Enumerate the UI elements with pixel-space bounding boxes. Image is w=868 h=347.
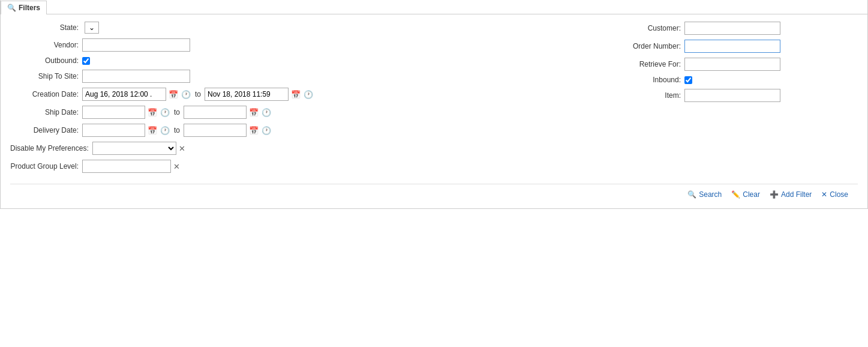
filters-grid: State: ⌄ Vendor: Outbound: Shi — [10, 22, 858, 178]
delivery-date-from-clock-icon[interactable]: 🕐 — [160, 126, 170, 135]
search-action-icon: 🔍 — [687, 190, 696, 199]
order-number-row: Order Number: — [618, 40, 858, 53]
ship-date-from-clock-icon[interactable]: 🕐 — [160, 108, 170, 117]
ship-date-range: 📅 🕐 to 📅 🕐 — [82, 106, 272, 119]
creation-date-from-input[interactable] — [82, 88, 166, 101]
customer-row: Customer: — [618, 22, 858, 35]
delivery-date-from-input[interactable] — [82, 124, 145, 137]
order-number-label: Order Number: — [618, 42, 684, 50]
close-link[interactable]: ✕ Close — [821, 190, 848, 199]
customer-input[interactable] — [684, 22, 780, 35]
filters-tab[interactable]: 🔍 Filters — [1, 1, 47, 14]
delivery-date-range: 📅 🕐 to 📅 🕐 — [82, 124, 272, 137]
ship-to-site-label: Ship To Site: — [10, 72, 82, 80]
add-filter-icon: ➕ — [770, 190, 779, 199]
state-row: State: ⌄ — [10, 22, 594, 34]
inbound-row: Inbound: — [618, 76, 858, 84]
filters-tab-label: Filters — [19, 4, 40, 12]
inbound-checkbox[interactable] — [684, 76, 692, 84]
product-group-input[interactable] — [82, 160, 171, 173]
filters-panel: 🔍 Filters State: ⌄ Vendor: — [0, 0, 868, 209]
clear-link[interactable]: ✏️ Clear — [731, 190, 760, 199]
customer-label: Customer: — [618, 24, 684, 32]
search-label: Search — [699, 190, 722, 199]
add-filter-link[interactable]: ➕ Add Filter — [770, 190, 812, 199]
ship-date-to-clock-icon[interactable]: 🕐 — [261, 108, 272, 117]
ship-date-row: Ship Date: 📅 🕐 to 📅 🕐 — [10, 106, 594, 119]
creation-date-from-calendar-icon[interactable]: 📅 — [168, 90, 179, 99]
ship-date-to-calendar-icon[interactable]: 📅 — [248, 108, 259, 117]
vendor-label: Vendor: — [10, 41, 82, 49]
disable-prefs-select[interactable] — [92, 142, 176, 155]
delivery-date-label: Delivery Date: — [10, 126, 82, 134]
order-number-input[interactable] — [684, 40, 780, 53]
vendor-input[interactable] — [82, 38, 190, 52]
creation-date-from-clock-icon[interactable]: 🕐 — [181, 90, 191, 99]
outbound-checkbox[interactable] — [82, 57, 90, 65]
vendor-row: Vendor: — [10, 38, 594, 52]
product-group-label: Product Group Level: — [10, 162, 82, 170]
product-group-row: Product Group Level: ✕ — [10, 160, 594, 173]
creation-date-label: Creation Date: — [10, 90, 82, 98]
delivery-date-row: Delivery Date: 📅 🕐 to 📅 🕐 — [10, 124, 594, 137]
state-label: State: — [10, 23, 82, 32]
ship-date-label: Ship Date: — [10, 108, 82, 116]
chevron-down-icon: ⌄ — [89, 23, 95, 32]
filters-left: State: ⌄ Vendor: Outbound: Shi — [10, 22, 606, 178]
ship-date-from-input[interactable] — [82, 106, 145, 119]
outbound-label: Outbound: — [10, 56, 82, 65]
filters-right: Customer: Order Number: Retrieve For: In… — [606, 22, 858, 178]
delivery-date-to-label: to — [174, 126, 180, 134]
creation-date-row: Creation Date: 📅 🕐 to 📅 🕐 — [10, 88, 594, 101]
ship-to-site-row: Ship To Site: — [10, 70, 594, 83]
ship-date-to-input[interactable] — [184, 106, 247, 119]
footer-actions: 🔍 Search ✏️ Clear ➕ Add Filter ✕ Close — [10, 184, 858, 204]
disable-prefs-row: Disable My Preferences: ✕ — [10, 142, 594, 155]
search-link[interactable]: 🔍 Search — [687, 190, 722, 199]
ship-to-site-input[interactable] — [82, 70, 190, 83]
delivery-date-to-input[interactable] — [184, 124, 247, 137]
delivery-date-to-calendar-icon[interactable]: 📅 — [248, 126, 259, 135]
retrieve-for-row: Retrieve For: — [618, 58, 858, 71]
add-filter-label: Add Filter — [781, 190, 812, 199]
delivery-date-to-clock-icon[interactable]: 🕐 — [261, 126, 272, 135]
product-group-clear-button[interactable]: ✕ — [173, 162, 180, 171]
outbound-row: Outbound: — [10, 56, 594, 65]
close-icon: ✕ — [821, 190, 827, 199]
state-dropdown-button[interactable]: ⌄ — [85, 22, 99, 34]
creation-date-range: 📅 🕐 to 📅 🕐 — [82, 88, 314, 101]
creation-date-to-input[interactable] — [205, 88, 289, 101]
creation-date-to-clock-icon[interactable]: 🕐 — [303, 90, 314, 99]
clear-label: Clear — [743, 190, 760, 199]
creation-date-to-calendar-icon[interactable]: 📅 — [290, 90, 301, 99]
disable-prefs-clear-button[interactable]: ✕ — [179, 144, 185, 153]
close-label: Close — [830, 190, 848, 199]
filters-content: State: ⌄ Vendor: Outbound: Shi — [1, 14, 867, 208]
ship-date-from-calendar-icon[interactable]: 📅 — [147, 108, 158, 117]
item-row: Item: — [618, 89, 858, 102]
retrieve-for-label: Retrieve For: — [618, 60, 684, 68]
delivery-date-from-calendar-icon[interactable]: 📅 — [147, 126, 158, 135]
item-label: Item: — [618, 91, 684, 100]
disable-prefs-label: Disable My Preferences: — [10, 144, 92, 152]
retrieve-for-input[interactable] — [684, 58, 780, 71]
ship-date-to-label: to — [174, 108, 180, 116]
creation-date-to-label: to — [195, 90, 201, 98]
filter-search-icon: 🔍 — [7, 4, 16, 12]
inbound-label: Inbound: — [618, 76, 684, 84]
clear-icon: ✏️ — [731, 190, 740, 199]
item-input[interactable] — [684, 89, 780, 102]
